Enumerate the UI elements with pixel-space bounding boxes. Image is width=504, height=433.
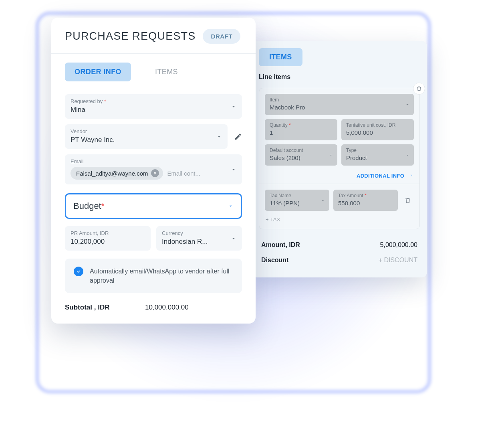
email-chip: Faisal_aditya@wayne.com xyxy=(71,167,163,180)
pr-amount-input[interactable]: PR Amount, IDR 10,200,000 xyxy=(65,226,151,251)
additional-info-link[interactable]: ADDITIONAL INFO xyxy=(265,173,413,179)
type-value: Product xyxy=(346,154,367,161)
email-label: Email xyxy=(71,158,236,164)
items-panel: ITEMS Line items Item Macbook Pro Quanti… xyxy=(252,41,427,277)
additional-info-label: ADDITIONAL INFO xyxy=(357,173,404,179)
amount-label: Amount, IDR xyxy=(261,241,300,249)
add-discount-button[interactable]: + DISCOUNT xyxy=(379,257,417,264)
budget-select[interactable]: Budget* xyxy=(65,193,242,219)
email-field[interactable]: Email Faisal_aditya@wayne.com Email cont… xyxy=(65,154,242,184)
line-items-heading: Line items xyxy=(259,73,420,81)
tab-order-info[interactable]: ORDER INFO xyxy=(65,63,131,81)
add-tax-button[interactable]: + TAX xyxy=(266,216,414,223)
subtotal-label: Subtotal , IDR xyxy=(65,304,145,312)
trash-icon xyxy=(405,197,411,204)
caret-down-icon xyxy=(231,104,236,109)
currency-label: Currency xyxy=(162,230,236,236)
currency-select[interactable]: Currency Indonesian R... xyxy=(156,226,242,251)
requested-by-label: Requested by * xyxy=(71,98,236,104)
page-title: PURCHASE REQUESTS xyxy=(65,30,196,42)
requested-by-select[interactable]: Requested by * Mina xyxy=(65,94,242,119)
caret-down-icon xyxy=(405,102,410,107)
tax-name-label: Tax Name xyxy=(270,193,325,198)
delete-tax-button[interactable] xyxy=(402,190,414,211)
auto-notify-text: Automatically email/WhatsApp to vendor a… xyxy=(90,267,233,285)
pencil-icon xyxy=(234,133,242,141)
quantity-value: 1 xyxy=(270,129,273,136)
caret-down-icon xyxy=(228,203,234,209)
subtotal-value: 10,000,000.00 xyxy=(145,304,189,312)
default-account-select[interactable]: Default account Sales (200) xyxy=(265,144,337,166)
item-value: Macbook Pro xyxy=(270,104,305,111)
trash-icon xyxy=(416,86,422,91)
tax-name-value: 11% (PPN) xyxy=(270,200,300,206)
caret-down-icon xyxy=(321,198,325,203)
tax-amount-label: Tax Amount * xyxy=(338,193,393,198)
tab-items[interactable]: ITEMS xyxy=(155,63,178,81)
discount-label: Discount xyxy=(261,257,288,264)
auto-notify-toggle[interactable]: Automatically email/WhatsApp to vendor a… xyxy=(65,259,242,293)
line-item-card: Item Macbook Pro Quantity * 1 Tentative … xyxy=(259,88,420,229)
type-select[interactable]: Type Product xyxy=(341,144,414,166)
tab-items-right-label: ITEMS xyxy=(269,53,292,61)
status-badge: DRAFT xyxy=(203,29,240,44)
purchase-request-card: PURCHASE REQUESTS DRAFT ORDER INFO ITEMS… xyxy=(51,18,256,324)
tab-items-right[interactable]: ITEMS xyxy=(259,48,302,66)
amount-value: 5,000,000.00 xyxy=(380,241,417,249)
item-select[interactable]: Item Macbook Pro xyxy=(265,94,414,115)
type-label: Type xyxy=(346,148,409,153)
caret-down-icon xyxy=(405,153,410,158)
totals-block: Amount, IDR 5,000,000.00 Discount + DISC… xyxy=(259,229,420,277)
tax-name-select[interactable]: Tax Name 11% (PPN) xyxy=(265,190,329,211)
caret-down-icon xyxy=(231,167,236,172)
vendor-select[interactable]: Vendor PT Wayne Inc. xyxy=(65,124,228,149)
currency-value: Indonesian R... xyxy=(162,238,208,245)
email-chip-text: Faisal_aditya@wayne.com xyxy=(76,170,148,177)
unit-cost-label: Tentative unit cost, IDR xyxy=(346,122,409,128)
tab-items-label: ITEMS xyxy=(155,68,178,76)
pr-amount-value: 10,200,000 xyxy=(71,238,105,245)
close-icon xyxy=(153,171,157,175)
tab-order-info-label: ORDER INFO xyxy=(75,68,121,76)
requested-by-value: Mina xyxy=(71,106,85,113)
caret-down-icon xyxy=(329,153,333,158)
quantity-input[interactable]: Quantity * 1 xyxy=(265,119,337,140)
item-label: Item xyxy=(270,97,409,103)
vendor-value: PT Wayne Inc. xyxy=(71,136,115,144)
pr-amount-label: PR Amount, IDR xyxy=(71,230,145,236)
budget-label: Budget* xyxy=(73,201,105,211)
delete-line-item-button[interactable] xyxy=(413,83,425,95)
caret-down-icon xyxy=(216,134,222,140)
quantity-label: Quantity * xyxy=(270,122,333,128)
chevron-right-icon xyxy=(410,173,413,179)
unit-cost-input[interactable]: Tentative unit cost, IDR 5,000,000 xyxy=(341,119,414,140)
tax-amount-input[interactable]: Tax Amount * 550,000 xyxy=(333,190,398,211)
remove-email-chip-button[interactable] xyxy=(151,169,159,177)
email-placeholder: Email cont... xyxy=(167,170,200,177)
unit-cost-value: 5,000,000 xyxy=(346,129,373,136)
check-circle-icon xyxy=(74,267,83,276)
tax-amount-value: 550,000 xyxy=(338,200,360,206)
default-account-value: Sales (200) xyxy=(270,154,300,161)
edit-vendor-button[interactable] xyxy=(234,133,242,141)
divider xyxy=(259,184,419,184)
default-account-label: Default account xyxy=(270,148,333,153)
add-tax-label: + TAX xyxy=(266,216,280,223)
caret-down-icon xyxy=(231,236,236,241)
vendor-label: Vendor xyxy=(71,128,222,134)
